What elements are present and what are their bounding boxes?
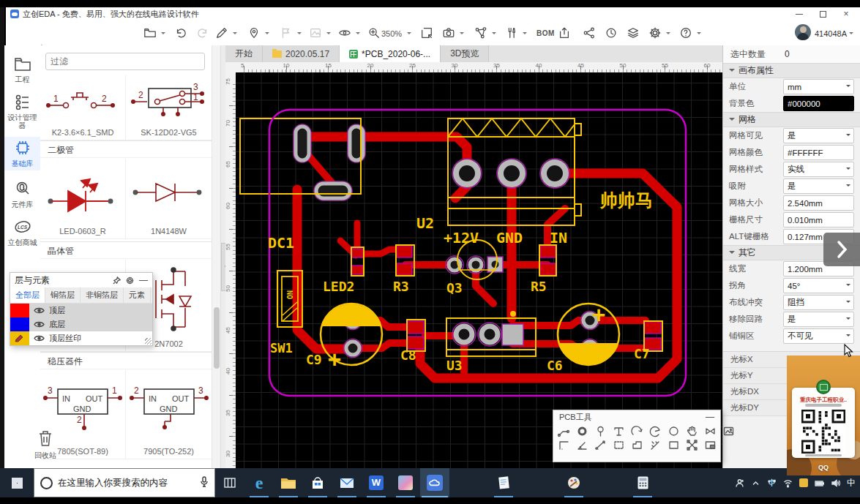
battery-icon[interactable] <box>815 478 824 488</box>
taskbar-item-mail[interactable] <box>332 468 362 497</box>
minimize-button[interactable] <box>796 10 803 18</box>
share-button[interactable] <box>583 26 597 41</box>
zoom-button[interactable] <box>367 26 382 41</box>
taskbar-item-notepad[interactable] <box>489 468 518 497</box>
flag-button[interactable] <box>280 26 294 41</box>
people-icon[interactable] <box>735 478 744 488</box>
sidebar-item-recycle-bin[interactable]: 回收站 <box>31 429 60 461</box>
taskbar-item-eda[interactable] <box>420 468 449 497</box>
avatar[interactable] <box>795 24 811 40</box>
panelize-tool-icon[interactable] <box>704 439 717 451</box>
settings-button[interactable] <box>648 26 663 41</box>
sidebar-item-project[interactable]: 工程 <box>4 56 40 83</box>
taskbar-item-calculator[interactable] <box>628 468 657 497</box>
taskbar-search[interactable]: 在这里输入你要搜索的内容 <box>34 468 215 497</box>
text-tool-icon[interactable] <box>613 425 625 437</box>
tools-button[interactable] <box>505 26 520 41</box>
minimize-icon[interactable]: — <box>706 413 714 421</box>
routing-conflict-select[interactable]: 阻挡 <box>783 295 854 310</box>
close-button[interactable]: × <box>842 10 850 18</box>
pcb-canvas[interactable]: DC1U2+12VGNDIN帅帅马LED2R3Q3R5SW1C9C8U3C6C7… <box>236 72 723 468</box>
filter-input[interactable] <box>45 53 205 70</box>
background-color-field[interactable]: #000000 <box>783 96 854 111</box>
copper-area-tool-icon[interactable] <box>686 439 698 451</box>
corner-tool-icon[interactable] <box>558 439 570 451</box>
resize-handle[interactable] <box>145 338 152 345</box>
grid-visible-select[interactable]: 是 <box>783 128 854 143</box>
library-item-slide-switch[interactable]: 2 3 1 SK-12D02-VG5 <box>126 75 212 140</box>
taskbar-item-store[interactable] <box>303 468 332 497</box>
tab-3d-preview[interactable]: 3D预览 <box>441 45 489 62</box>
camera-button[interactable] <box>442 26 457 41</box>
start-button[interactable] <box>0 468 34 497</box>
layer-row-top-silk[interactable]: 顶层丝印 <box>10 331 152 345</box>
solid-region-tool-icon[interactable] <box>613 439 625 451</box>
snap-select[interactable]: 是 <box>783 178 854 194</box>
library-item-led[interactable]: LED-0603_R <box>40 159 126 239</box>
taskbar-item-game[interactable] <box>391 468 420 497</box>
origin-button[interactable] <box>247 26 262 41</box>
layer-manager-button[interactable] <box>627 26 641 41</box>
netlist-button[interactable] <box>474 26 489 41</box>
connect-tool-icon[interactable] <box>704 425 717 437</box>
layer-row-bottom[interactable]: 底层 <box>10 317 152 331</box>
sidebar-item-design-manager[interactable]: 设计管理器 <box>4 94 40 129</box>
taskbar-item-paint[interactable] <box>559 468 588 497</box>
grid-style-select[interactable]: 实线 <box>783 162 854 177</box>
sidebar-item-parts-library[interactable]: 元件库 <box>4 181 40 208</box>
layers-tab-noncopper[interactable]: 非铜箔层 <box>81 287 124 303</box>
layers-tab-elements[interactable]: 元素 <box>124 287 151 303</box>
scroll-down-icon[interactable] <box>214 459 219 464</box>
gear-icon[interactable] <box>126 277 134 285</box>
track-tool-icon[interactable] <box>558 425 570 437</box>
help-button[interactable] <box>679 26 694 41</box>
taskbar-item-edge[interactable]: e <box>244 468 274 497</box>
polygon-tool-icon[interactable] <box>631 439 643 451</box>
view-button[interactable] <box>338 26 353 41</box>
history-button[interactable] <box>605 26 619 41</box>
arc2-tool-icon[interactable] <box>649 425 662 437</box>
remove-loop-select[interactable]: 是 <box>783 312 854 327</box>
library-item-k2-switch[interactable]: 1 2 K2-3.6×6.1_SMD <box>40 75 126 140</box>
tab-pcb-document[interactable]: *PCB_2020-06-... <box>340 45 441 62</box>
copper-zone-select[interactable]: 不可见 <box>783 328 854 344</box>
speaker-icon[interactable] <box>831 478 840 488</box>
drag-tool-icon[interactable] <box>686 425 698 437</box>
library-item-7905[interactable]: IN OUT GND 2 3 7905(TO-252) <box>126 370 212 459</box>
rect-tool-icon[interactable] <box>668 439 680 451</box>
circle-tool-icon[interactable] <box>668 425 680 437</box>
taskbar-item-wps[interactable]: W <box>362 468 391 497</box>
panel-flyout-button[interactable] <box>823 233 860 266</box>
via-tool-icon[interactable] <box>594 425 607 437</box>
pad-tool-icon[interactable] <box>576 425 588 437</box>
library-item-1n4148[interactable]: 1N4148W <box>126 159 212 239</box>
layers-tab-all[interactable]: 全部层 <box>10 287 45 303</box>
layer-color-swatch[interactable] <box>10 304 29 317</box>
corner-select[interactable]: 45° <box>783 278 854 293</box>
layer-row-top[interactable]: 顶层 <box>10 304 152 317</box>
promo-ad[interactable]: 重庆电子工程职业.. QQ <box>787 356 860 475</box>
units-select[interactable]: mm <box>783 79 854 94</box>
pin-icon[interactable] <box>113 277 121 285</box>
tab-project-folder[interactable]: 2020.05.17 <box>263 45 340 62</box>
layer-color-swatch[interactable] <box>10 317 29 331</box>
usb-icon[interactable] <box>767 478 777 488</box>
tab-start[interactable]: 开始 <box>225 45 263 62</box>
sidebar-item-common-library[interactable]: 基础库 <box>4 137 40 170</box>
redo-button[interactable] <box>196 26 211 41</box>
measure-tool-icon[interactable] <box>594 439 607 451</box>
section-grid[interactable]: 网格 <box>723 112 860 127</box>
bom-button[interactable]: BOM <box>536 29 555 37</box>
layer-color-swatch[interactable] <box>10 331 29 345</box>
angle-tool-icon[interactable] <box>576 439 588 451</box>
grid-color-field[interactable]: #FFFFFF <box>783 145 854 160</box>
restore-button[interactable] <box>819 10 826 18</box>
file-button[interactable] <box>143 26 158 41</box>
ime-indicator[interactable]: 中 <box>847 477 856 489</box>
draw-button[interactable] <box>215 26 230 41</box>
drill-tool-icon[interactable] <box>649 439 662 451</box>
export-button[interactable] <box>558 26 572 41</box>
mic-icon[interactable] <box>200 476 209 490</box>
snapshot-area-button[interactable] <box>420 26 435 41</box>
collapse-icon[interactable]: — <box>139 277 148 283</box>
